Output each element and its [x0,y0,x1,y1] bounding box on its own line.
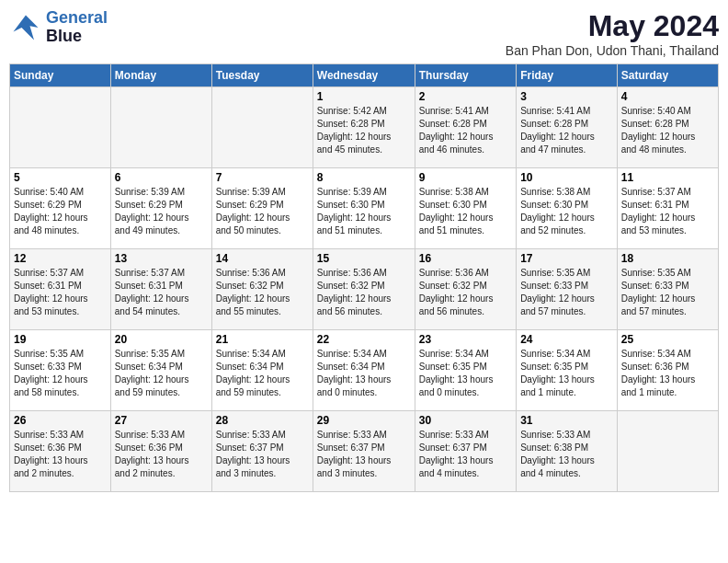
calendar-cell: 10Sunrise: 5:38 AMSunset: 6:30 PMDayligh… [517,168,618,249]
day-number: 28 [216,414,309,427]
calendar-cell: 8Sunrise: 5:39 AMSunset: 6:30 PMDaylight… [313,168,415,249]
day-number: 3 [520,90,613,103]
column-header-monday: Monday [110,64,211,87]
calendar-cell: 3Sunrise: 5:41 AMSunset: 6:28 PMDaylight… [517,87,618,168]
calendar-cell: 5Sunrise: 5:40 AMSunset: 6:29 PMDaylight… [10,168,111,249]
day-number: 7 [216,171,309,184]
calendar-cell: 14Sunrise: 5:36 AMSunset: 6:32 PMDayligh… [211,249,313,330]
day-info: Sunrise: 5:38 AMSunset: 6:30 PMDaylight:… [419,186,512,237]
day-info: Sunrise: 5:33 AMSunset: 6:37 PMDaylight:… [419,429,512,480]
page-header: GeneralBlue May 2024 Ban Phan Don, Udon … [9,9,719,58]
calendar-cell: 24Sunrise: 5:34 AMSunset: 6:35 PMDayligh… [517,330,618,411]
day-info: Sunrise: 5:37 AMSunset: 6:31 PMDaylight:… [14,267,107,318]
day-number: 5 [14,171,107,184]
day-number: 31 [520,414,613,427]
calendar-cell: 18Sunrise: 5:35 AMSunset: 6:33 PMDayligh… [617,249,718,330]
calendar-cell: 4Sunrise: 5:40 AMSunset: 6:28 PMDaylight… [617,87,718,168]
day-number: 17 [520,252,613,265]
column-header-friday: Friday [517,64,618,87]
day-number: 6 [115,171,208,184]
calendar-cell: 19Sunrise: 5:35 AMSunset: 6:33 PMDayligh… [10,330,111,411]
day-info: Sunrise: 5:39 AMSunset: 6:29 PMDaylight:… [216,186,309,237]
day-number: 18 [621,252,714,265]
calendar-cell: 27Sunrise: 5:33 AMSunset: 6:36 PMDayligh… [110,411,211,492]
calendar-cell: 7Sunrise: 5:39 AMSunset: 6:29 PMDaylight… [211,168,313,249]
calendar-table: SundayMondayTuesdayWednesdayThursdayFrid… [9,63,719,492]
day-number: 10 [520,171,613,184]
calendar-cell [110,87,211,168]
calendar-cell: 9Sunrise: 5:38 AMSunset: 6:30 PMDaylight… [415,168,516,249]
day-info: Sunrise: 5:35 AMSunset: 6:33 PMDaylight:… [14,348,107,399]
calendar-cell: 26Sunrise: 5:33 AMSunset: 6:36 PMDayligh… [10,411,111,492]
day-info: Sunrise: 5:37 AMSunset: 6:31 PMDaylight:… [621,186,714,237]
day-info: Sunrise: 5:37 AMSunset: 6:31 PMDaylight:… [115,267,208,318]
day-number: 4 [621,90,714,103]
day-number: 27 [115,414,208,427]
calendar-week-row: 1Sunrise: 5:42 AMSunset: 6:28 PMDaylight… [10,87,719,168]
day-number: 25 [621,333,714,346]
day-number: 23 [419,333,512,346]
calendar-cell: 6Sunrise: 5:39 AMSunset: 6:29 PMDaylight… [110,168,211,249]
calendar-cell: 28Sunrise: 5:33 AMSunset: 6:37 PMDayligh… [211,411,313,492]
day-number: 26 [14,414,107,427]
day-number: 11 [621,171,714,184]
day-info: Sunrise: 5:35 AMSunset: 6:33 PMDaylight:… [621,267,714,318]
day-info: Sunrise: 5:41 AMSunset: 6:28 PMDaylight:… [419,105,512,156]
calendar-week-row: 5Sunrise: 5:40 AMSunset: 6:29 PMDaylight… [10,168,719,249]
day-number: 14 [216,252,309,265]
column-header-thursday: Thursday [415,64,516,87]
day-info: Sunrise: 5:36 AMSunset: 6:32 PMDaylight:… [419,267,512,318]
day-number: 13 [115,252,208,265]
title-block: May 2024 Ban Phan Don, Udon Thani, Thail… [506,9,719,58]
day-info: Sunrise: 5:34 AMSunset: 6:36 PMDaylight:… [621,348,714,399]
day-number: 22 [317,333,411,346]
day-number: 2 [419,90,512,103]
calendar-cell: 13Sunrise: 5:37 AMSunset: 6:31 PMDayligh… [110,249,211,330]
calendar-cell: 25Sunrise: 5:34 AMSunset: 6:36 PMDayligh… [617,330,718,411]
calendar-header-row: SundayMondayTuesdayWednesdayThursdayFrid… [10,64,719,87]
day-info: Sunrise: 5:35 AMSunset: 6:34 PMDaylight:… [115,348,208,399]
calendar-cell: 20Sunrise: 5:35 AMSunset: 6:34 PMDayligh… [110,330,211,411]
calendar-week-row: 26Sunrise: 5:33 AMSunset: 6:36 PMDayligh… [10,411,719,492]
day-number: 24 [520,333,613,346]
column-header-sunday: Sunday [10,64,111,87]
calendar-cell: 23Sunrise: 5:34 AMSunset: 6:35 PMDayligh… [415,330,516,411]
calendar-cell: 22Sunrise: 5:34 AMSunset: 6:34 PMDayligh… [313,330,415,411]
day-info: Sunrise: 5:33 AMSunset: 6:36 PMDaylight:… [14,429,107,480]
calendar-cell [10,87,111,168]
calendar-cell: 16Sunrise: 5:36 AMSunset: 6:32 PMDayligh… [415,249,516,330]
calendar-cell [617,411,718,492]
day-info: Sunrise: 5:36 AMSunset: 6:32 PMDaylight:… [216,267,309,318]
day-number: 16 [419,252,512,265]
calendar-cell: 12Sunrise: 5:37 AMSunset: 6:31 PMDayligh… [10,249,111,330]
calendar-cell [211,87,313,168]
logo: GeneralBlue [9,9,108,46]
calendar-cell: 21Sunrise: 5:34 AMSunset: 6:34 PMDayligh… [211,330,313,411]
svg-marker-0 [14,15,39,40]
calendar-cell: 1Sunrise: 5:42 AMSunset: 6:28 PMDaylight… [313,87,415,168]
day-info: Sunrise: 5:34 AMSunset: 6:35 PMDaylight:… [520,348,613,399]
column-header-wednesday: Wednesday [313,64,415,87]
calendar-week-row: 19Sunrise: 5:35 AMSunset: 6:33 PMDayligh… [10,330,719,411]
day-info: Sunrise: 5:33 AMSunset: 6:36 PMDaylight:… [115,429,208,480]
calendar-cell: 17Sunrise: 5:35 AMSunset: 6:33 PMDayligh… [517,249,618,330]
day-number: 9 [419,171,512,184]
calendar-cell: 30Sunrise: 5:33 AMSunset: 6:37 PMDayligh… [415,411,516,492]
day-info: Sunrise: 5:34 AMSunset: 6:35 PMDaylight:… [419,348,512,399]
day-info: Sunrise: 5:36 AMSunset: 6:32 PMDaylight:… [317,267,411,318]
day-info: Sunrise: 5:39 AMSunset: 6:29 PMDaylight:… [115,186,208,237]
day-number: 12 [14,252,107,265]
day-info: Sunrise: 5:34 AMSunset: 6:34 PMDaylight:… [216,348,309,399]
month-title: May 2024 [506,9,719,43]
day-number: 19 [14,333,107,346]
day-info: Sunrise: 5:34 AMSunset: 6:34 PMDaylight:… [317,348,411,399]
day-info: Sunrise: 5:39 AMSunset: 6:30 PMDaylight:… [317,186,411,237]
calendar-week-row: 12Sunrise: 5:37 AMSunset: 6:31 PMDayligh… [10,249,719,330]
calendar-cell: 11Sunrise: 5:37 AMSunset: 6:31 PMDayligh… [617,168,718,249]
calendar-cell: 29Sunrise: 5:33 AMSunset: 6:37 PMDayligh… [313,411,415,492]
column-header-saturday: Saturday [617,64,718,87]
column-header-tuesday: Tuesday [211,64,313,87]
day-info: Sunrise: 5:41 AMSunset: 6:28 PMDaylight:… [520,105,613,156]
calendar-cell: 2Sunrise: 5:41 AMSunset: 6:28 PMDaylight… [415,87,516,168]
day-number: 29 [317,414,411,427]
